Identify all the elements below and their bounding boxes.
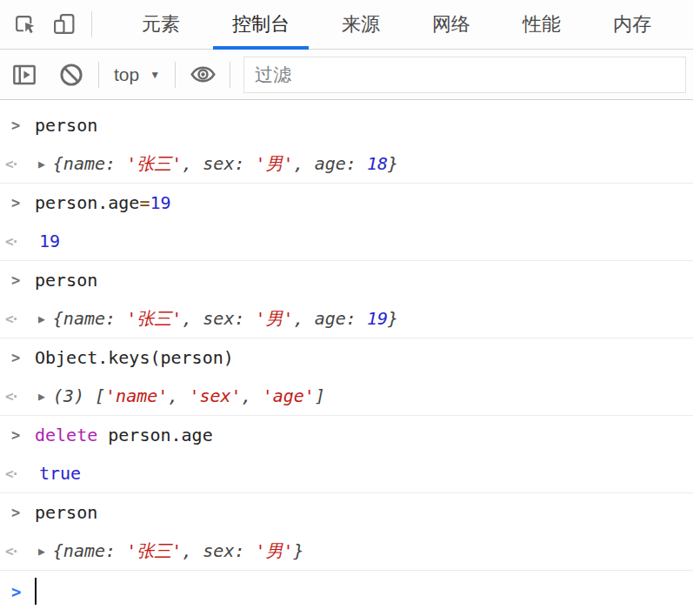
- console-result-row: <· ▶ (3) ['name', 'sex', 'age']: [0, 377, 693, 415]
- console-sidebar-button[interactable]: [9, 59, 40, 90]
- toolbar-divider: [98, 62, 99, 88]
- context-selector-label: top: [114, 64, 139, 85]
- console-command-row: > Object.keys(person): [0, 338, 693, 377]
- tab-elements[interactable]: 元素: [123, 0, 199, 49]
- console-result-row: <· ▶ {name: '张三', sex: '男', age: 19}: [0, 299, 693, 338]
- result-arrow-icon: <·: [5, 233, 24, 250]
- console-command-row: > person: [0, 493, 693, 532]
- result-arrow-icon: <·: [5, 388, 24, 405]
- panel-tabs: 元素 控制台 来源 网络 性能 内存: [116, 0, 677, 49]
- result-arrow-icon: <·: [5, 311, 24, 327]
- inspect-element-button[interactable]: [9, 9, 40, 40]
- result-arrow-icon: <·: [5, 465, 24, 482]
- prompt-chevron-icon: >: [11, 582, 23, 601]
- command-chevron-icon: >: [11, 504, 23, 521]
- console-group: > Object.keys(person) <· ▶ (3) ['name', …: [0, 338, 693, 416]
- console-result-row: <· true: [0, 454, 693, 492]
- command-chevron-icon: >: [11, 117, 23, 134]
- device-toolbar-button[interactable]: [49, 9, 80, 40]
- filter-field-wrap: [243, 57, 686, 93]
- expand-triangle-icon[interactable]: ▶: [38, 545, 45, 558]
- console-group: > person <· ▶ {name: '张三', sex: '男', age…: [0, 106, 693, 184]
- tab-label: 网络: [432, 11, 470, 37]
- chevron-down-icon: ▼: [150, 69, 160, 81]
- console-command-row: > person.age=19: [0, 184, 693, 222]
- expand-triangle-icon[interactable]: ▶: [38, 312, 45, 325]
- command-chevron-icon: >: [11, 271, 23, 289]
- result-value: true: [39, 463, 81, 484]
- text-cursor: [35, 578, 37, 605]
- console-result-row: <· ▶ {name: '张三', sex: '男', age: 18}: [0, 144, 693, 183]
- tab-network[interactable]: 网络: [413, 0, 490, 49]
- devtools-tabbar: 元素 控制台 来源 网络 性能 内存: [0, 0, 693, 50]
- console-command: Object.keys(person): [35, 347, 234, 368]
- eye-icon: [190, 61, 217, 88]
- tab-label: 来源: [342, 11, 380, 37]
- device-toolbar-icon: [52, 12, 77, 37]
- result-arrow-icon: <·: [5, 156, 24, 172]
- object-preview: {name: '张三', sex: '男', age: 18}: [53, 152, 398, 176]
- console-result-row: <· 19: [0, 222, 693, 260]
- expand-triangle-icon[interactable]: ▶: [38, 390, 45, 403]
- result-arrow-icon: <·: [5, 543, 24, 559]
- toolbar-divider: [91, 11, 92, 37]
- console-group: > person <· ▶ {name: '张三', sex: '男'}: [0, 493, 693, 571]
- console-command: person: [35, 115, 97, 136]
- tab-label: 元素: [142, 11, 180, 37]
- console-command-row: > person: [0, 261, 693, 299]
- filter-input[interactable]: [243, 57, 686, 93]
- tab-performance[interactable]: 性能: [503, 0, 580, 49]
- tab-label: 内存: [613, 11, 651, 37]
- tab-memory[interactable]: 内存: [594, 0, 670, 49]
- console-group: > person.age=19 <· 19: [0, 184, 693, 261]
- console-prompt[interactable]: >: [0, 571, 693, 612]
- tab-label: 性能: [523, 11, 561, 37]
- context-selector[interactable]: top ▼: [110, 64, 163, 85]
- command-chevron-icon: >: [11, 194, 23, 211]
- console-command: person: [35, 502, 97, 523]
- console-command: person.age=19: [35, 192, 171, 213]
- console-result-row: <· ▶ {name: '张三', sex: '男'}: [0, 532, 693, 570]
- inspect-cursor-icon: [13, 13, 37, 37]
- console-command-row: > person: [0, 106, 693, 144]
- result-value: 19: [39, 231, 60, 251]
- live-expression-button[interactable]: [187, 59, 218, 90]
- tab-sources[interactable]: 来源: [323, 0, 399, 49]
- console-command-row: > delete person.age: [0, 416, 693, 454]
- clear-console-button[interactable]: [56, 59, 87, 90]
- console-messages: > person <· ▶ {name: '张三', sex: '男', age…: [0, 100, 693, 612]
- toolbar-divider: [230, 62, 230, 88]
- console-sidebar-icon: [11, 62, 37, 88]
- tab-console[interactable]: 控制台: [213, 0, 309, 49]
- console-command: person: [35, 270, 97, 291]
- toolbar-divider: [175, 62, 176, 88]
- console-group: > person <· ▶ {name: '张三', sex: '男', age…: [0, 261, 693, 338]
- expand-triangle-icon[interactable]: ▶: [38, 157, 45, 171]
- console-command: delete person.age: [35, 425, 213, 445]
- object-preview: {name: '张三', sex: '男', age: 19}: [53, 307, 398, 331]
- tab-label: 控制台: [232, 11, 290, 37]
- array-preview: (3) ['name', 'sex', 'age']: [53, 385, 325, 406]
- console-group: > delete person.age <· true: [0, 416, 693, 493]
- command-chevron-icon: >: [11, 426, 23, 444]
- command-chevron-icon: >: [11, 349, 23, 366]
- object-preview: {name: '张三', sex: '男'}: [53, 539, 304, 563]
- console-toolbar: top ▼: [0, 50, 693, 100]
- clear-console-icon: [58, 62, 84, 88]
